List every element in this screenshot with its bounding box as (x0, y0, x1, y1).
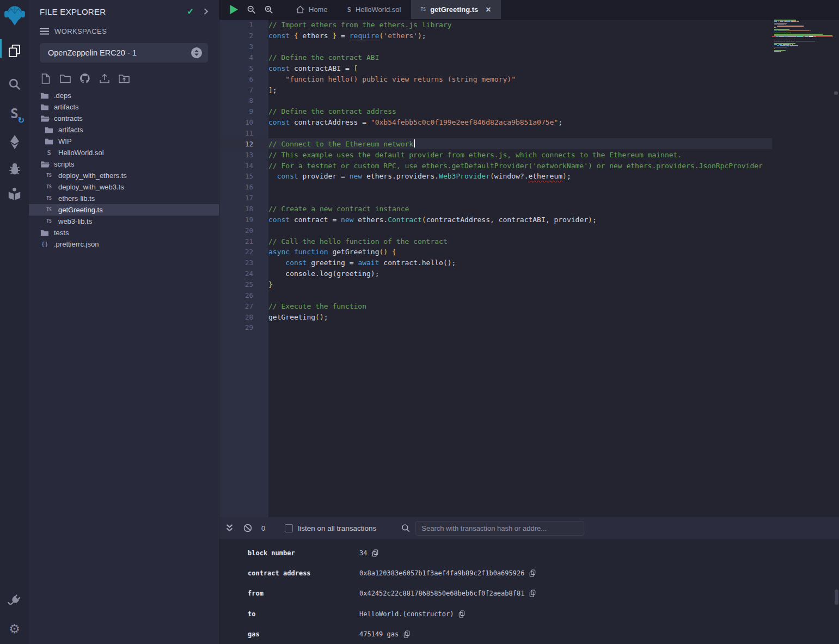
workspace-select[interactable]: OpenZeppelin ERC20 - 1 (40, 43, 208, 63)
tree-item-getGreeting.ts[interactable]: TSgetGreeting.ts (29, 204, 219, 216)
run-script-icon[interactable] (229, 4, 238, 15)
tree-item-label: artifacts (58, 126, 83, 134)
code-editor[interactable]: 1// Import ethers from the ethers.js lib… (219, 20, 839, 517)
terminal-search-input[interactable] (415, 521, 584, 536)
editor-scrollbar[interactable] (833, 20, 839, 517)
debugger-icon[interactable] (0, 160, 29, 177)
line-number: 19 (219, 216, 253, 224)
tree-item-WIP[interactable]: WIP (29, 136, 219, 147)
folder-icon (45, 137, 53, 145)
search-icon[interactable] (0, 75, 29, 94)
collapse-terminal-icon[interactable] (225, 524, 234, 532)
tree-item-label: artifacts (54, 103, 79, 111)
tab-HelloWorld.sol[interactable]: SHelloWorld.sol (338, 0, 411, 19)
copy-button[interactable] (458, 610, 465, 618)
tree-item-label: deploy_with_web3.ts (58, 183, 124, 191)
code-line: 21// Call the hello function of the cont… (219, 236, 772, 247)
copy-button[interactable] (529, 569, 536, 577)
file-tree: .depsartifactscontractsartifactsWIPSHell… (29, 90, 219, 250)
terminal-row-key: block number (248, 549, 359, 557)
validate-check-icon[interactable]: ✓ (187, 7, 194, 16)
code-line: 8 (219, 95, 772, 106)
tree-item-scripts[interactable]: scripts (29, 158, 219, 170)
line-text: // This example uses the default provide… (268, 151, 682, 159)
code-line: 29 (219, 322, 772, 333)
learneth-icon[interactable] (0, 185, 29, 203)
editor: HomeSHelloWorld.solTSgetGreeting.ts× 1//… (219, 0, 839, 517)
file-explorer-icon[interactable] (0, 38, 29, 63)
panel-expand-chevron-icon[interactable] (203, 8, 209, 15)
line-number: 12 (219, 140, 253, 148)
copy-icon (458, 610, 465, 618)
line-number: 11 (219, 129, 253, 137)
tree-item-.prettierrc.json[interactable]: {}.prettierrc.json (29, 238, 219, 250)
clear-console-icon[interactable] (243, 524, 252, 532)
folder-icon (45, 126, 53, 134)
code-line: 22async function getGreeting() { (219, 247, 772, 257)
code-line: 4// Define the contract ABI (219, 52, 772, 63)
terminal-row-from: from0x42452c22c88178685850e68beb6cf0f2ae… (219, 584, 839, 604)
tree-item-deploy_with_ethers.ts[interactable]: TSdeploy_with_ethers.ts (29, 170, 219, 181)
copy-icon (529, 590, 536, 597)
plugin-manager-icon[interactable] (0, 591, 29, 610)
line-number: 26 (219, 291, 253, 299)
code-line: 19const contract = new ethers.Contract(c… (219, 214, 772, 225)
tree-item-.deps[interactable]: .deps (29, 90, 219, 101)
remix-ide: { "colors": { "accent_blue": "#1d85ba", … (0, 0, 839, 644)
new-file-icon[interactable] (39, 72, 53, 84)
tree-item-label: scripts (54, 160, 75, 168)
upload-folder-icon[interactable] (117, 72, 131, 84)
code-line: 13// This example uses the default provi… (219, 149, 772, 160)
code-line: 20 (219, 225, 772, 236)
code-line: 1// Import ethers from the ethers.js lib… (219, 20, 772, 30)
tree-item-HelloWorld.sol[interactable]: SHelloWorld.sol (29, 147, 219, 158)
terminal-search-icon (401, 524, 410, 532)
tree-item-web3-lib.ts[interactable]: TSweb3-lib.ts (29, 216, 219, 227)
tab-getGreeting.ts[interactable]: TSgetGreeting.ts× (411, 0, 501, 19)
terminal-row-value: 0x8a120383e6057b1f3aef4fa9b89c2f1b0a6959… (359, 569, 524, 577)
line-number: 8 (219, 96, 253, 105)
code-line: 14// For a testnet or custom RPC, use et… (219, 160, 772, 171)
terminal-row-value: HelloWorld.(constructor) (359, 610, 454, 618)
deploy-and-run-icon[interactable] (0, 133, 29, 151)
zoom-in-icon[interactable] (264, 5, 273, 14)
line-number: 14 (219, 162, 253, 170)
terminal-row-contract-address: contract address0x8a120383e6057b1f3aef4f… (219, 563, 839, 583)
tab-Home[interactable]: Home (286, 0, 338, 19)
activity-bar: S ↻ ⚙ (0, 0, 29, 644)
line-text: const contract = new ethers.Contract(con… (268, 216, 597, 224)
close-tab-icon[interactable]: × (486, 5, 491, 14)
tree-item-label: contracts (54, 114, 83, 122)
remix-logo-icon[interactable] (0, 1, 29, 29)
upload-file-icon[interactable] (97, 72, 112, 84)
solidity-compiler-icon[interactable]: S ↻ (0, 103, 29, 124)
workspaces-menu-icon[interactable] (40, 28, 49, 35)
new-folder-icon[interactable] (58, 72, 72, 84)
minimap[interactable] (772, 20, 833, 517)
zoom-out-icon[interactable] (247, 5, 256, 14)
terminal-scrollbar[interactable] (835, 590, 838, 605)
line-number: 4 (219, 53, 253, 62)
line-number: 3 (219, 42, 253, 51)
github-icon[interactable] (78, 72, 92, 84)
line-number: 27 (219, 302, 253, 310)
listen-transactions-checkbox[interactable] (285, 524, 293, 532)
settings-icon[interactable]: ⚙ (0, 618, 29, 640)
tree-item-label: web3-lib.ts (58, 217, 92, 225)
tree-item-ethers-lib.ts[interactable]: TSethers-lib.ts (29, 193, 219, 204)
line-number: 20 (219, 226, 253, 235)
tree-item-artifacts[interactable]: artifacts (29, 101, 219, 113)
copy-button[interactable] (403, 630, 410, 638)
tree-item-label: WIP (58, 137, 72, 145)
terminal: 0 listen on all transactions block numbe… (219, 517, 839, 644)
copy-button[interactable] (372, 549, 378, 557)
tree-item-contracts[interactable]: contracts (29, 113, 219, 124)
copy-button[interactable] (529, 590, 536, 597)
tree-item-artifacts[interactable]: artifacts (29, 124, 219, 136)
line-number: 18 (219, 205, 253, 213)
line-number: 13 (219, 151, 253, 159)
tree-item-deploy_with_web3.ts[interactable]: TSdeploy_with_web3.ts (29, 181, 219, 193)
panel-title: FILE EXPLORER (40, 7, 187, 16)
tree-item-tests[interactable]: tests (29, 227, 219, 238)
line-text: // Define the contract address (268, 107, 396, 115)
